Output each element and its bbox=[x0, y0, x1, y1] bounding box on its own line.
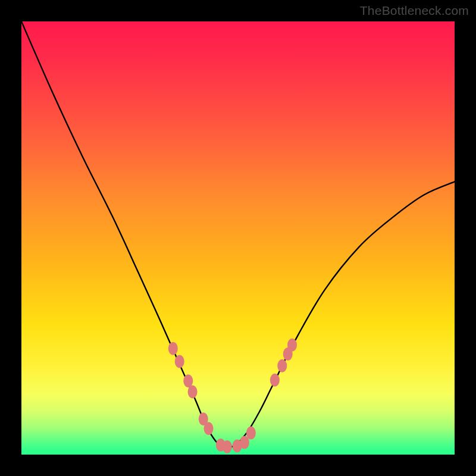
highlight-markers bbox=[168, 339, 297, 453]
plot-area bbox=[21, 21, 455, 455]
chart-svg bbox=[21, 21, 455, 455]
marker-dot bbox=[283, 347, 293, 361]
marker-dot bbox=[216, 439, 226, 452]
watermark-text: TheBottleneck.com bbox=[360, 4, 469, 18]
marker-dot bbox=[270, 374, 280, 387]
marker-dot bbox=[204, 422, 214, 435]
bottleneck-curve bbox=[21, 21, 455, 448]
marker-dot bbox=[246, 427, 256, 440]
marker-dot bbox=[240, 436, 249, 449]
marker-dot bbox=[277, 359, 287, 372]
marker-dot bbox=[188, 385, 198, 398]
marker-dot bbox=[233, 439, 242, 452]
marker-dot bbox=[175, 355, 184, 368]
marker-dot bbox=[223, 440, 232, 453]
marker-dot bbox=[168, 342, 178, 355]
marker-dot bbox=[199, 412, 208, 425]
marker-dot bbox=[287, 339, 297, 352]
marker-dot bbox=[183, 374, 193, 387]
chart-frame: TheBottleneck.com bbox=[0, 0, 476, 476]
